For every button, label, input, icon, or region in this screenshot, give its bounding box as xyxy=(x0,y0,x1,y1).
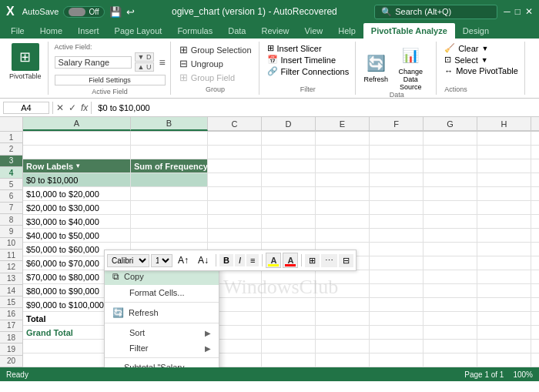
minimize-icon[interactable]: ─ xyxy=(504,6,511,17)
row-num-13[interactable]: 13 xyxy=(0,273,22,285)
more-btn[interactable]: ⋯ xyxy=(321,254,337,267)
align-btn[interactable]: ≡ xyxy=(246,254,259,266)
cell-i2[interactable] xyxy=(531,146,539,159)
cell-d1[interactable] xyxy=(262,132,316,146)
maximize-icon[interactable]: □ xyxy=(515,6,521,17)
extra-btn[interactable]: ⊟ xyxy=(339,254,353,267)
cell-f4[interactable] xyxy=(370,173,424,187)
font-decrease-btn[interactable]: A↓ xyxy=(194,253,213,267)
row-num-8[interactable]: 8 xyxy=(0,214,22,226)
row-num-3[interactable]: 3 xyxy=(0,156,22,167)
col-header-e[interactable]: E xyxy=(316,117,370,131)
drill-up-btn[interactable]: ▲ U xyxy=(135,62,155,72)
ctx-filter[interactable]: Filter ▶ xyxy=(105,340,219,356)
search-bar[interactable]: 🔍 Search (Alt+Q) xyxy=(374,5,497,19)
ctx-subtotal[interactable]: ✓ Subtotal "Salary Range" xyxy=(105,360,219,367)
tab-review[interactable]: Review xyxy=(253,23,296,39)
tab-formulas[interactable]: Formulas xyxy=(169,23,220,39)
row-num-19[interactable]: 19 xyxy=(0,343,22,355)
cell-i1[interactable] xyxy=(531,132,539,146)
cell-f1[interactable] xyxy=(370,132,424,146)
cell-b5[interactable] xyxy=(131,187,208,201)
row-num-20[interactable]: 20 xyxy=(0,356,22,367)
row-num-10[interactable]: 10 xyxy=(0,238,22,250)
col-header-g[interactable]: G xyxy=(424,117,477,131)
cell-a6[interactable]: $20,000 to $30,000 xyxy=(23,201,131,215)
insert-timeline-btn[interactable]: 📅 Insert Timeline xyxy=(267,55,350,65)
save-icon[interactable]: 💾 xyxy=(109,6,122,18)
tab-page-layout[interactable]: Page Layout xyxy=(107,23,170,39)
col-header-h[interactable]: H xyxy=(477,117,531,131)
cell-b2[interactable] xyxy=(131,146,208,159)
ctx-format-cells[interactable]: Format Cells... xyxy=(105,285,219,300)
cell-a4[interactable]: $0 to $10,000 xyxy=(23,173,131,187)
highlight-color-btn[interactable]: A xyxy=(266,253,281,268)
row-num-12[interactable]: 12 xyxy=(0,261,22,273)
cell-c2[interactable] xyxy=(208,146,262,159)
cell-d2[interactable] xyxy=(262,146,316,159)
cell-d4[interactable] xyxy=(262,173,316,187)
autosave-toggle[interactable]: Off xyxy=(63,6,104,18)
cell-g1[interactable] xyxy=(424,132,477,146)
filter-connections-btn[interactable]: 🔗 Filter Connections xyxy=(267,66,350,76)
row-num-15[interactable]: 15 xyxy=(0,297,22,308)
cell-c1[interactable] xyxy=(208,132,262,146)
row-num-9[interactable]: 9 xyxy=(0,226,22,237)
cancel-formula-icon[interactable]: ✕ xyxy=(56,102,64,113)
font-family-select[interactable]: Calibri xyxy=(107,254,149,267)
cell-e3[interactable] xyxy=(316,159,370,173)
pivottable-btn[interactable]: ⊞ PivotTable xyxy=(3,42,49,95)
refresh-btn[interactable]: 🔄 Refresh xyxy=(363,51,388,83)
cell-reference-input[interactable] xyxy=(3,102,49,114)
col-header-b[interactable]: B xyxy=(131,117,208,131)
select-btn[interactable]: ⊡ Select ▼ xyxy=(444,55,518,65)
tab-home[interactable]: Home xyxy=(32,23,70,39)
move-pivot-btn[interactable]: ↔ Move PivotTable xyxy=(444,66,518,75)
cell-b3[interactable]: Sum of Frequency xyxy=(131,159,208,173)
row-num-5[interactable]: 5 xyxy=(0,179,22,190)
tab-pivottable-analyze[interactable]: PivotTable Analyze xyxy=(363,23,455,39)
col-header-a[interactable]: A xyxy=(23,117,131,131)
italic-btn[interactable]: I xyxy=(235,254,245,266)
cell-a8[interactable]: $40,000 to $50,000 xyxy=(23,229,131,243)
cell-b4[interactable] xyxy=(131,173,208,187)
ctx-refresh[interactable]: 🔄 Refresh xyxy=(105,304,219,321)
row-num-6[interactable]: 6 xyxy=(0,190,22,202)
cell-b1[interactable] xyxy=(131,132,208,146)
cell-c4[interactable] xyxy=(208,173,262,187)
font-size-select[interactable]: 11 xyxy=(151,254,172,267)
cell-h2[interactable] xyxy=(477,146,531,159)
bold-btn[interactable]: B xyxy=(219,254,233,266)
cell-h1[interactable] xyxy=(477,132,531,146)
cell-a2[interactable] xyxy=(23,146,131,159)
cell-h3[interactable] xyxy=(477,159,531,173)
row-num-2[interactable]: 2 xyxy=(0,143,22,155)
cell-h4[interactable] xyxy=(477,173,531,187)
row-num-4[interactable]: 4 xyxy=(0,167,22,179)
cell-g4[interactable] xyxy=(424,173,477,187)
cell-i3[interactable] xyxy=(531,159,539,173)
cell-c3[interactable] xyxy=(208,159,262,173)
insert-slicer-btn[interactable]: ⊞ Insert Slicer xyxy=(267,43,350,53)
tab-data[interactable]: Data xyxy=(220,23,253,39)
cell-d3[interactable] xyxy=(262,159,316,173)
cell-f2[interactable] xyxy=(370,146,424,159)
ctx-sort[interactable]: Sort ▶ xyxy=(105,325,219,340)
cell-a7[interactable]: $30,000 to $40,000 xyxy=(23,215,131,229)
active-field-input[interactable] xyxy=(55,56,132,69)
col-header-d[interactable]: D xyxy=(262,117,316,131)
field-settings-btn[interactable]: Field Settings xyxy=(55,75,166,85)
tab-insert[interactable]: Insert xyxy=(70,23,107,39)
row-num-16[interactable]: 16 xyxy=(0,308,22,320)
tab-design[interactable]: Design xyxy=(455,23,497,39)
cell-e2[interactable] xyxy=(316,146,370,159)
col-header-i[interactable]: I xyxy=(531,117,539,131)
cell-i4[interactable] xyxy=(531,173,539,187)
tab-file[interactable]: File xyxy=(3,23,32,39)
cell-g3[interactable] xyxy=(424,159,477,173)
borders-btn[interactable]: ⊞ xyxy=(305,254,320,267)
row-num-18[interactable]: 18 xyxy=(0,332,22,343)
row-num-14[interactable]: 14 xyxy=(0,285,22,297)
col-header-f[interactable]: F xyxy=(370,117,424,131)
row-num-17[interactable]: 17 xyxy=(0,320,22,332)
